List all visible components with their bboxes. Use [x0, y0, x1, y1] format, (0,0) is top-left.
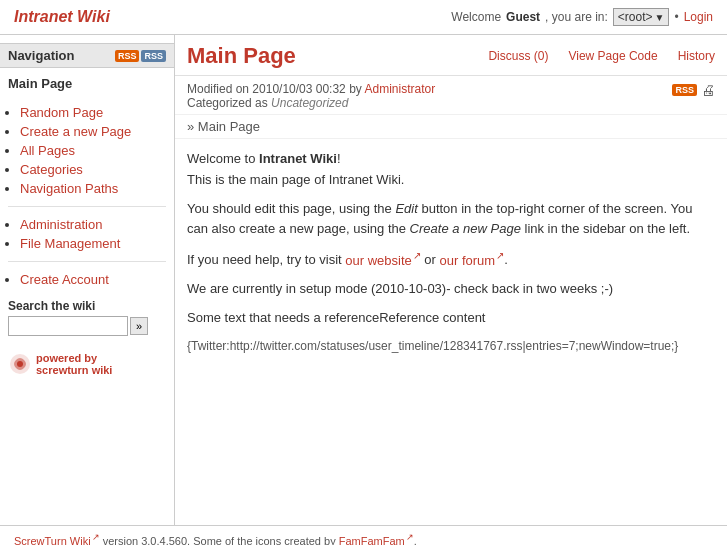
- search-input[interactable]: [8, 316, 128, 336]
- welcome-area: Welcome Guest , you are in: <root> ▼ • L…: [451, 8, 713, 26]
- site-title: Intranet Wiki: [14, 8, 110, 26]
- welcome-paragraph: Welcome to Intranet Wiki! This is the ma…: [187, 149, 715, 191]
- sidebar-main-page-item: Main Page: [0, 68, 174, 99]
- page-meta-left: Modified on 2010/10/03 00:32 by Administ…: [187, 82, 435, 110]
- sidebar-item-create-page[interactable]: Create a new Page: [20, 124, 131, 139]
- sidebar-divider-2: [8, 261, 166, 262]
- screwturn-logo-icon: [8, 352, 32, 376]
- search-section: Search the wiki »: [0, 293, 174, 342]
- edit-instructions-1: You should edit this page, using the: [187, 201, 395, 216]
- modified-label: Modified on 2010/10/03 00:32 by: [187, 82, 362, 96]
- page-meta-right: RSS 🖨: [672, 82, 715, 98]
- powered-by-label: powered by: [36, 352, 97, 364]
- sidebar-account-list: Create Account: [0, 266, 174, 293]
- breadcrumb-text: » Main Page: [187, 119, 260, 134]
- edit-instructions-paragraph: You should edit this page, using the Edi…: [187, 199, 715, 241]
- admin-link[interactable]: Administrator: [364, 82, 435, 96]
- sidebar-item-random-page[interactable]: Random Page: [20, 105, 103, 120]
- reference-text: Some text that needs a reference: [187, 310, 379, 325]
- root-dropdown[interactable]: <root> ▼: [613, 8, 670, 26]
- edit-word: Edit: [395, 201, 417, 216]
- sidebar-divider-1: [8, 206, 166, 207]
- print-icon[interactable]: 🖨: [701, 82, 715, 98]
- help-text2: or: [421, 253, 440, 268]
- screwturn-footer-link[interactable]: ScrewTurn Wiki: [14, 535, 100, 545]
- sidebar-item-create-account[interactable]: Create Account: [20, 272, 109, 287]
- twitter-widget: {Twitter:http://twitter.com/statuses/use…: [187, 337, 715, 356]
- sidebar-main-page-link[interactable]: Main Page: [8, 76, 72, 91]
- page-title: Main Page: [187, 43, 296, 69]
- sidebar-admin-list: Administration File Management: [0, 211, 174, 257]
- sidebar-nav-list: Random Page Create a new Page All Pages …: [0, 99, 174, 202]
- sidebar-item-administration[interactable]: Administration: [20, 217, 102, 232]
- page-meta: Modified on 2010/10/03 00:32 by Administ…: [175, 76, 727, 115]
- category-label: Uncategorized: [271, 96, 348, 110]
- rss-icons: RSS RSS: [115, 50, 166, 62]
- history-link[interactable]: History: [678, 49, 715, 63]
- welcome-exclamation: !: [337, 151, 341, 166]
- help-text1: If you need help, try to visit: [187, 253, 345, 268]
- nav-header-label: Navigation: [8, 48, 74, 63]
- search-button[interactable]: »: [130, 317, 148, 335]
- sidebar-item-file-management[interactable]: File Management: [20, 236, 120, 251]
- welcome-label: Welcome: [451, 10, 501, 24]
- search-row: »: [8, 316, 166, 336]
- content-body: Welcome to Intranet Wiki! This is the ma…: [175, 139, 727, 374]
- screwturn-brand: screwturn wiki: [36, 364, 112, 376]
- categorized-label: Categorized as: [187, 96, 268, 110]
- svg-point-1: [17, 361, 23, 367]
- main-header: Main Page Discuss (0) View Page Code His…: [175, 35, 727, 76]
- sidebar-item-categories[interactable]: Categories: [20, 162, 83, 177]
- sidebar-item-navigation-paths[interactable]: Navigation Paths: [20, 181, 118, 196]
- header-actions: Discuss (0) View Page Code History: [488, 49, 715, 63]
- setup-text: We are currently in setup mode (2010-10-…: [187, 281, 613, 296]
- reference-paragraph: Some text that needs a referenceReferenc…: [187, 308, 715, 329]
- powered-by-text: powered by screwturn wiki: [36, 352, 112, 376]
- setup-paragraph: We are currently in setup mode (2010-10-…: [187, 279, 715, 300]
- our-website-link[interactable]: our website: [345, 253, 420, 268]
- footer-icons-label: Some of the icons created by: [193, 535, 335, 545]
- edit-instructions-3: link in the sidebar on the left.: [521, 221, 690, 236]
- sidebar-item-all-pages[interactable]: All Pages: [20, 143, 75, 158]
- sidebar-nav-header: Navigation RSS RSS: [0, 43, 174, 68]
- footer-period: .: [414, 535, 417, 545]
- footer: ScrewTurn Wiki version 3.0.4.560. Some o…: [0, 525, 727, 545]
- rss-badge-orange[interactable]: RSS: [115, 50, 140, 62]
- root-option: <root>: [618, 10, 653, 24]
- welcome-line1: Welcome to: [187, 151, 259, 166]
- footer-version: version 3.0.4.560.: [103, 535, 190, 545]
- dot-separator: •: [674, 10, 678, 24]
- discuss-link[interactable]: Discuss (0): [488, 49, 548, 63]
- guest-label: Guest: [506, 10, 540, 24]
- our-forum-link[interactable]: our forum: [440, 253, 505, 268]
- wiki-name: Intranet Wiki: [259, 151, 337, 166]
- help-text3: .: [504, 253, 508, 268]
- view-code-link[interactable]: View Page Code: [568, 49, 657, 63]
- welcome-sub: This is the main page of Intranet Wiki.: [187, 172, 404, 187]
- twitter-text: {Twitter:http://twitter.com/statuses/use…: [187, 339, 678, 353]
- content-rss-badge[interactable]: RSS: [672, 84, 697, 96]
- search-label: Search the wiki: [8, 299, 166, 313]
- create-link-text: Create a new Page: [410, 221, 521, 236]
- famfamfam-link[interactable]: FamFamFam: [339, 535, 414, 545]
- rss-badge-blue[interactable]: RSS: [141, 50, 166, 62]
- sidebar: Navigation RSS RSS Main Page Random Page…: [0, 35, 175, 525]
- login-link[interactable]: Login: [684, 10, 713, 24]
- powered-by: powered by screwturn wiki: [0, 342, 174, 380]
- body-layout: Navigation RSS RSS Main Page Random Page…: [0, 35, 727, 525]
- reference-content: Reference content: [379, 310, 485, 325]
- main-content: Main Page Discuss (0) View Page Code His…: [175, 35, 727, 525]
- header: Intranet Wiki Welcome Guest , you are in…: [0, 0, 727, 35]
- breadcrumb: » Main Page: [175, 115, 727, 139]
- help-paragraph: If you need help, try to visit our websi…: [187, 248, 715, 271]
- you-are-in-label: , you are in:: [545, 10, 608, 24]
